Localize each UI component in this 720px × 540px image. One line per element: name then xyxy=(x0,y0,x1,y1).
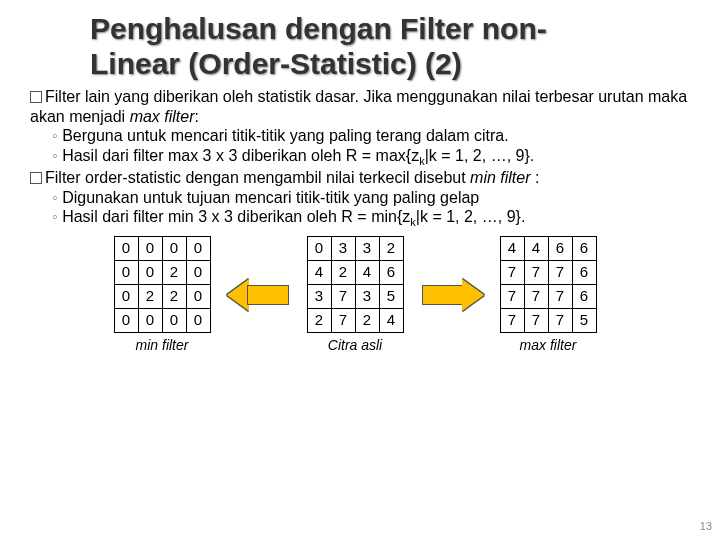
min-filter-table: 0000002002200000 xyxy=(114,236,211,333)
table-cell: 0 xyxy=(186,284,210,308)
table-cell: 7 xyxy=(500,284,524,308)
table-cell: 7 xyxy=(524,284,548,308)
table-cell: 0 xyxy=(162,308,186,332)
table-cell: 6 xyxy=(572,260,596,284)
table-cell: 5 xyxy=(379,284,403,308)
table-cell: 2 xyxy=(138,284,162,308)
para2-text: Filter order-statistic dengan mengambil … xyxy=(45,169,470,186)
slide-body: Filter lain yang diberikan oleh statisti… xyxy=(90,87,690,354)
table-cell: 6 xyxy=(572,284,596,308)
arrow-right-icon xyxy=(422,281,482,309)
checkbox-icon xyxy=(30,172,42,184)
bullet-min-filter: Filter order-statistic dengan mengambil … xyxy=(30,168,690,188)
table-cell: 3 xyxy=(355,236,379,260)
table-cell: 0 xyxy=(138,260,162,284)
table-cell: 7 xyxy=(331,284,355,308)
table-cell: 4 xyxy=(500,236,524,260)
table-cell: 0 xyxy=(186,236,210,260)
table-cell: 0 xyxy=(114,236,138,260)
table-cell: 0 xyxy=(138,308,162,332)
table-cell: 0 xyxy=(138,236,162,260)
para1-em: max filter xyxy=(130,108,195,125)
table-cell: 0 xyxy=(114,284,138,308)
slide-title: Penghalusan dengan Filter non- Linear (O… xyxy=(90,12,690,81)
table-cell: 0 xyxy=(114,308,138,332)
tables-row: 0000002002200000 min filter 033242463735… xyxy=(20,236,690,354)
para2-em: min filter xyxy=(470,169,530,186)
sub-item-1b: Hasil dari filter max 3 x 3 diberikan ol… xyxy=(52,146,690,169)
title-line-1: Penghalusan dengan Filter non- xyxy=(90,12,547,45)
max-filter-table-wrap: 4466777677767775 max filter xyxy=(500,236,597,354)
table-cell: 3 xyxy=(307,284,331,308)
table-cell: 7 xyxy=(548,308,572,332)
slide: Penghalusan dengan Filter non- Linear (O… xyxy=(0,0,720,354)
table-cell: 6 xyxy=(572,236,596,260)
table-cell: 2 xyxy=(331,260,355,284)
table-cell: 2 xyxy=(307,308,331,332)
table-cell: 0 xyxy=(162,236,186,260)
checkbox-icon xyxy=(30,91,42,103)
sub-item-1a-text: Berguna untuk mencari titik-titik yang p… xyxy=(62,127,508,144)
table-cell: 3 xyxy=(331,236,355,260)
sub-item-2a: Digunakan untuk tujuan mencari titik-tit… xyxy=(52,188,690,208)
sub2b-pre: Hasil dari filter min 3 x 3 diberikan ol… xyxy=(62,208,410,225)
sub-item-2b: Hasil dari filter min 3 x 3 diberikan ol… xyxy=(52,207,690,230)
table-cell: 2 xyxy=(379,236,403,260)
source-table-wrap: 0332424637352724 Citra asli xyxy=(307,236,404,354)
table-cell: 2 xyxy=(162,260,186,284)
para1-post: : xyxy=(195,108,199,125)
table-cell: 2 xyxy=(355,308,379,332)
min-filter-table-wrap: 0000002002200000 min filter xyxy=(114,236,211,354)
max-filter-caption: max filter xyxy=(500,337,597,354)
sub-item-2a-text: Digunakan untuk tujuan mencari titik-tit… xyxy=(62,189,479,206)
max-filter-table: 4466777677767775 xyxy=(500,236,597,333)
page-number: 13 xyxy=(700,520,712,532)
para2-post: : xyxy=(531,169,540,186)
table-cell: 7 xyxy=(548,284,572,308)
table-cell: 0 xyxy=(307,236,331,260)
table-cell: 6 xyxy=(379,260,403,284)
sub-list-min: Digunakan untuk tujuan mencari titik-tit… xyxy=(52,188,690,230)
table-cell: 7 xyxy=(500,308,524,332)
table-cell: 0 xyxy=(114,260,138,284)
source-caption: Citra asli xyxy=(307,337,404,354)
table-cell: 7 xyxy=(331,308,355,332)
sub-item-1a: Berguna untuk mencari titik-titik yang p… xyxy=(52,126,690,146)
bullet-max-filter: Filter lain yang diberikan oleh statisti… xyxy=(30,87,690,126)
table-cell: 4 xyxy=(355,260,379,284)
table-cell: 6 xyxy=(548,236,572,260)
para1-text: Filter lain yang diberikan oleh statisti… xyxy=(30,88,687,125)
table-cell: 7 xyxy=(500,260,524,284)
table-cell: 4 xyxy=(524,236,548,260)
table-cell: 0 xyxy=(186,308,210,332)
source-table: 0332424637352724 xyxy=(307,236,404,333)
title-line-2: Linear (Order-Statistic) (2) xyxy=(90,47,462,80)
min-filter-caption: min filter xyxy=(114,337,211,354)
table-cell: 4 xyxy=(379,308,403,332)
table-cell: 7 xyxy=(524,260,548,284)
sub1b-post: |k = 1, 2, …, 9}. xyxy=(425,147,535,164)
table-cell: 7 xyxy=(524,308,548,332)
sub-list-max: Berguna untuk mencari titik-titik yang p… xyxy=(52,126,690,168)
table-cell: 5 xyxy=(572,308,596,332)
table-cell: 3 xyxy=(355,284,379,308)
table-cell: 7 xyxy=(548,260,572,284)
sub1b-pre: Hasil dari filter max 3 x 3 diberikan ol… xyxy=(62,147,419,164)
arrow-left-icon xyxy=(229,281,289,309)
sub2b-post: |k = 1, 2, …, 9}. xyxy=(416,208,526,225)
table-cell: 0 xyxy=(186,260,210,284)
table-cell: 2 xyxy=(162,284,186,308)
table-cell: 4 xyxy=(307,260,331,284)
